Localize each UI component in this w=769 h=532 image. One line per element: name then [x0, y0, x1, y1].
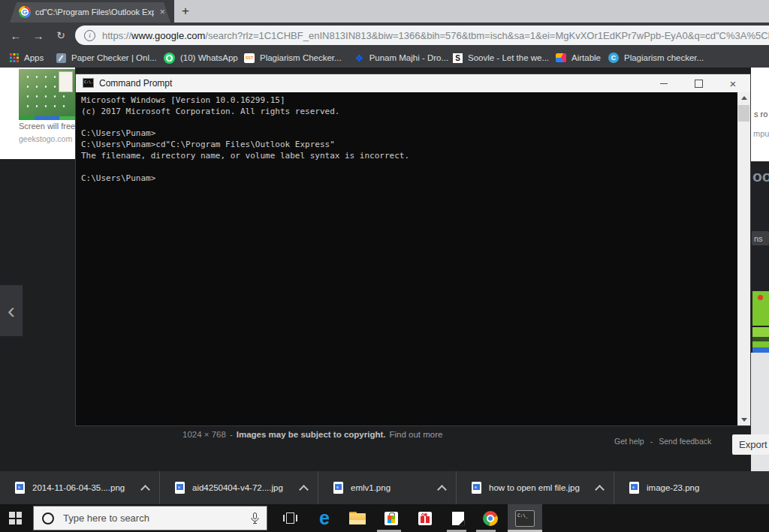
start-button[interactable] — [9, 512, 22, 524]
chevron-up-icon[interactable] — [299, 485, 309, 494]
console-line: C:\Users\Punam> — [81, 173, 737, 185]
paper-checker-icon — [56, 53, 66, 63]
chevron-up-icon[interactable] — [140, 485, 150, 494]
url-host: www.google.com — [131, 30, 205, 41]
download-item[interactable]: emlv1.png — [318, 471, 457, 504]
scroll-down-icon — [737, 414, 750, 425]
footer-dash: - — [650, 437, 653, 446]
console-line: (c) 2017 Microsoft Corporation. All righ… — [81, 107, 737, 118]
image-caption: 1024 × 768 - Images may be subject to co… — [182, 430, 442, 439]
bookmark-label: (10) WhatsApp — [180, 53, 238, 62]
bookmark-label: Plagiarism checker... — [624, 53, 704, 62]
copyright-notice: Images may be subject to copyright. — [237, 430, 386, 439]
new-tab-button[interactable]: + — [176, 2, 195, 21]
file-explorer-button[interactable] — [342, 504, 372, 532]
apps-grid-icon — [10, 53, 19, 62]
sst-icon: SST — [244, 53, 255, 63]
command-prompt-image[interactable]: Command Prompt × Microsoft Windows [Vers… — [75, 74, 751, 426]
bookmark-label: Soovle - Let the we... — [468, 53, 549, 62]
related-image-thumbnail[interactable] — [752, 327, 769, 353]
console-line: C:\Users\Punam> — [81, 128, 737, 140]
export-button[interactable]: Export — [732, 434, 769, 455]
cmd-window-title: Command Prompt — [99, 78, 172, 89]
result-caption[interactable]: Screen will free — [19, 122, 75, 131]
command-prompt-button[interactable] — [508, 504, 542, 532]
cmd-window-controls: × — [647, 74, 750, 92]
browser-toolbar: ← → ↻ i https://www.google.com/search?rl… — [0, 23, 769, 48]
dropbox-icon: ❖ — [355, 53, 364, 63]
download-item[interactable]: how to open eml file.jpg — [457, 471, 614, 504]
result-source-link[interactable]: geekstogo.com — [19, 134, 72, 143]
browser-tab[interactable]: cd"C:\Program Files\Outlook Exp × — [10, 2, 170, 23]
download-item[interactable]: 2014-11-06-04-35....png — [0, 471, 160, 504]
forward-button[interactable]: → — [30, 28, 47, 43]
download-item[interactable]: aid4250404-v4-72....jpg — [160, 471, 318, 504]
whatsapp-icon — [164, 53, 175, 64]
google-favicon — [19, 6, 31, 18]
console-line: The filename, directory name, or volume … — [81, 151, 737, 162]
send-feedback-link[interactable]: Send feedback — [659, 437, 711, 446]
bookmark-dropbox[interactable]: ❖ Punam Majhi - Dro... — [355, 51, 448, 65]
url-path: /search?rlz=1C1CHBF_enIN813IN813&biw=136… — [205, 30, 769, 41]
result-thumbnail[interactable] — [19, 69, 75, 120]
caption-separator: - — [230, 430, 233, 439]
bookmark-plagiarism-checker[interactable]: SST Plagiarism Checker... — [244, 51, 342, 65]
tab-close-icon[interactable]: × — [159, 7, 165, 17]
right-edge-link-fragment: mpu — [753, 129, 769, 138]
back-button[interactable]: ← — [8, 28, 24, 43]
task-view-button[interactable] — [275, 504, 305, 532]
image-file-icon — [15, 482, 25, 494]
bookmark-airtable[interactable]: Airtable — [556, 51, 601, 65]
download-filename: emlv1.png — [351, 483, 433, 492]
right-edge-button-fragment: ns — [752, 231, 769, 245]
chevron-up-icon[interactable] — [595, 485, 605, 494]
image-file-icon — [629, 482, 639, 494]
notepad-app-button[interactable] — [443, 504, 473, 532]
download-item[interactable]: image-23.png — [614, 471, 769, 504]
image-file-icon — [175, 482, 185, 494]
right-edge-heading-fragment: oo — [752, 167, 769, 185]
console-line — [81, 118, 737, 129]
tab-strip: cd"C:\Program Files\Outlook Exp × + — [0, 0, 769, 23]
microphone-icon[interactable] — [251, 512, 259, 524]
find-out-more-link[interactable]: Find out more — [389, 430, 442, 439]
console-line: Microsoft Windows [Version 10.0.16299.15… — [81, 95, 737, 107]
page-info-icon[interactable]: i — [84, 30, 95, 41]
cortana-icon — [42, 512, 54, 524]
folder-icon — [349, 512, 366, 524]
console-output: Microsoft Windows [Version 10.0.16299.15… — [76, 92, 737, 425]
screen: cd"C:\Program Files\Outlook Exp × + ← → … — [0, 0, 769, 532]
chrome-button[interactable] — [475, 504, 505, 532]
chevron-up-icon[interactable] — [437, 485, 447, 494]
store-button[interactable] — [376, 504, 406, 532]
close-icon: × — [716, 74, 750, 92]
console-line — [81, 162, 737, 173]
related-image-thumbnail[interactable] — [752, 291, 769, 326]
bookmarks-bar: Apps Paper Checker | Onl... (10) WhatsAp… — [0, 48, 769, 68]
bookmark-soovle[interactable]: S Soovle - Let the we... — [453, 51, 549, 65]
bookmark-label: Apps — [24, 53, 44, 62]
airtable-icon — [556, 53, 566, 62]
url-text: https://www.google.com/search?rlz=1C1CHB… — [102, 30, 769, 41]
edge-button[interactable]: e — [309, 504, 339, 532]
bookmark-paper-checker[interactable]: Paper Checker | Onl... — [56, 51, 157, 65]
store-icon — [384, 512, 398, 525]
gift-app-button[interactable] — [410, 504, 440, 532]
download-filename: image-23.png — [647, 483, 758, 492]
taskbar-search-input[interactable]: Type here to search — [33, 506, 267, 530]
right-edge-text: s ro — [754, 110, 767, 119]
address-bar[interactable]: i https://www.google.com/search?rlz=1C1C… — [75, 26, 769, 45]
cmd-title-bar: Command Prompt × — [76, 74, 750, 92]
bookmark-label: Airtable — [571, 53, 601, 62]
image-dimensions: 1024 × 768 — [182, 430, 226, 439]
download-filename: aid4250404-v4-72....jpg — [192, 483, 294, 492]
bookmark-apps[interactable]: Apps — [10, 51, 44, 65]
thumbnail-dialog-fragment — [59, 71, 73, 92]
previous-image-button[interactable]: ‹ — [0, 285, 23, 336]
bookmark-whatsapp[interactable]: (10) WhatsApp — [164, 51, 238, 65]
bookmark-plagiarism-checker-2[interactable]: C Plagiarism checker... — [608, 51, 704, 65]
soovle-icon: S — [453, 53, 463, 63]
get-help-link[interactable]: Get help — [614, 437, 644, 446]
reload-button[interactable]: ↻ — [53, 28, 69, 43]
task-view-icon — [283, 512, 297, 524]
